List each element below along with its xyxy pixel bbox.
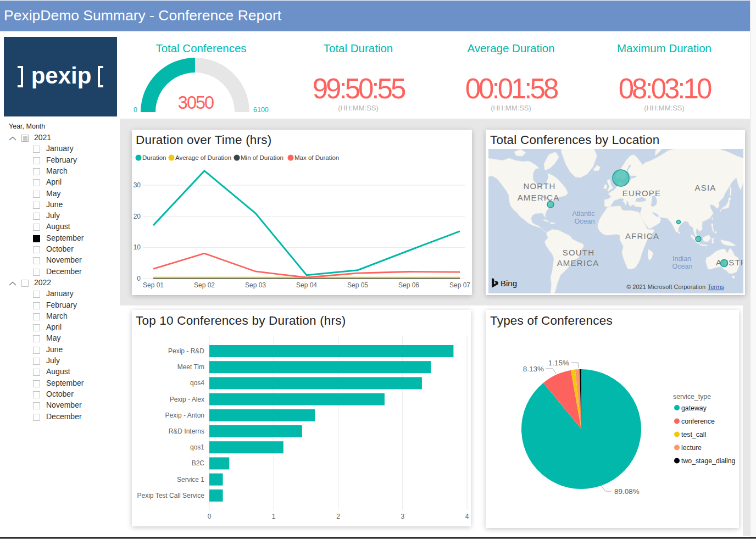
svg-text:Indian: Indian: [672, 255, 691, 263]
svg-text:B2C: B2C: [192, 459, 205, 467]
svg-text:20: 20: [134, 213, 141, 220]
svg-text:2: 2: [336, 513, 340, 520]
svg-text:Duration: Duration: [142, 154, 166, 161]
svg-text:Bing: Bing: [501, 279, 517, 288]
svg-text:AMERICA: AMERICA: [518, 193, 560, 202]
svg-text:Max of Duration: Max of Duration: [294, 154, 339, 161]
svg-text:R&D Interns: R&D Interns: [169, 427, 204, 435]
svg-text:Ocean: Ocean: [575, 218, 595, 225]
svg-text:Sep 07: Sep 07: [449, 281, 470, 289]
svg-text:Pexip Test Call Service: Pexip Test Call Service: [137, 492, 205, 499]
svg-text:0: 0: [134, 106, 137, 114]
svg-text:AMERICA: AMERICA: [557, 258, 599, 268]
svg-text:AFRICA: AFRICA: [625, 231, 659, 241]
svg-text:10: 10: [134, 243, 141, 251]
svg-text:Sep 02: Sep 02: [194, 281, 215, 289]
svg-text:Sep 06: Sep 06: [398, 281, 419, 289]
svg-text:Terms: Terms: [708, 284, 724, 290]
svg-text:8.13%: 8.13%: [523, 365, 544, 373]
svg-text:service_type: service_type: [673, 393, 711, 401]
svg-text:NORTH: NORTH: [523, 181, 555, 191]
svg-text:Meet Tim: Meet Tim: [177, 363, 204, 371]
svg-text:Min of Duration: Min of Duration: [241, 154, 284, 161]
svg-text:Sep 01: Sep 01: [143, 281, 164, 289]
svg-text:1: 1: [272, 513, 276, 520]
svg-text:qos4: qos4: [190, 379, 204, 387]
svg-text:Ocean: Ocean: [672, 263, 693, 270]
svg-text:0: 0: [137, 275, 141, 282]
svg-text:3: 3: [401, 513, 404, 520]
svg-text:6100: 6100: [253, 106, 269, 114]
svg-text:two_stage_dialing: two_stage_dialing: [681, 457, 736, 465]
svg-text:Pexip - R&D: Pexip - R&D: [168, 347, 204, 355]
svg-text:ASIA: ASIA: [695, 183, 716, 192]
svg-text:0: 0: [208, 513, 212, 520]
svg-text:lecture: lecture: [681, 444, 702, 452]
svg-text:Service 1: Service 1: [177, 476, 204, 484]
svg-text:Average of Duration: Average of Duration: [175, 154, 231, 161]
svg-text:Sep 05: Sep 05: [347, 281, 368, 289]
svg-text:SOUTH: SOUTH: [563, 248, 595, 257]
svg-text:AUSTRA: AUSTRA: [716, 258, 743, 267]
svg-text:4: 4: [465, 513, 469, 520]
svg-text:conference: conference: [681, 418, 715, 425]
svg-text:1.15%: 1.15%: [548, 359, 569, 367]
svg-text:30: 30: [134, 181, 141, 189]
svg-text:Pexip - Anton: Pexip - Anton: [165, 412, 204, 419]
svg-text:Sep 03: Sep 03: [245, 281, 266, 289]
svg-text:© 2021 Microsoft Corporation: © 2021 Microsoft Corporation: [626, 284, 705, 290]
svg-text:Atlantic: Atlantic: [572, 210, 595, 218]
svg-text:3050: 3050: [178, 93, 214, 113]
svg-text:test_call: test_call: [681, 431, 706, 438]
svg-text:gateway: gateway: [681, 404, 707, 412]
svg-text:EUROPE: EUROPE: [622, 188, 662, 198]
svg-text:Pexip - Alex: Pexip - Alex: [170, 396, 204, 403]
svg-text:Sep 04: Sep 04: [296, 281, 317, 289]
svg-text:qos1: qos1: [190, 443, 204, 451]
svg-text:89.08%: 89.08%: [614, 487, 640, 496]
